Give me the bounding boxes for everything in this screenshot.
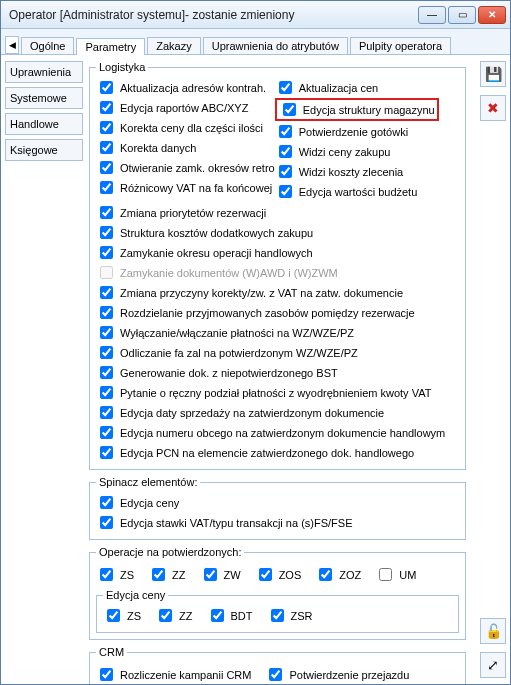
- tab-pulpity[interactable]: Pulpity operatora: [350, 37, 451, 54]
- cb-ec-zs[interactable]: ZS: [103, 606, 141, 625]
- legend-operacje: Operacje na potwierdzonych:: [96, 546, 244, 558]
- group-crm: CRM Rozliczenie kampanii CRM Potwierdzen…: [89, 646, 466, 684]
- lock-button[interactable]: 🔓: [480, 618, 506, 644]
- cb-wylaczanie-platnosci[interactable]: Wyłączanie/włączanie płatności na WZ/WZE…: [96, 323, 459, 342]
- cb-odliczanie-fazal[interactable]: Odliczanie fa zal na potwierdzonym WZ/WZ…: [96, 343, 459, 362]
- main-panel: Logistyka Aktualizacja adresów kontrah. …: [87, 55, 476, 684]
- cb-edycja-wartosci-budzetu[interactable]: Edycja wartości budżetu: [275, 182, 439, 201]
- cb-potwierdzenie-gotowki[interactable]: Potwierdzenie gotówki: [275, 122, 439, 141]
- group-edycja-ceny: Edycja ceny ZS ZZ BDT ZSR: [96, 589, 459, 633]
- cb-op-zos[interactable]: ZOS: [255, 565, 302, 584]
- cb-op-zw[interactable]: ZW: [200, 565, 241, 584]
- tabstrip: ◀ Ogólne Parametry Zakazy Uprawnienia do…: [1, 29, 510, 55]
- window-title: Operator [Administrator systemu]- zostan…: [5, 8, 416, 22]
- save-button[interactable]: 💾: [480, 61, 506, 87]
- titlebar: Operator [Administrator systemu]- zostan…: [1, 1, 510, 29]
- sidebar: Uprawnienia Systemowe Handlowe Księgowe: [1, 55, 87, 684]
- sidebar-systemowe[interactable]: Systemowe: [5, 87, 83, 109]
- cb-ec-zz[interactable]: ZZ: [155, 606, 192, 625]
- sidebar-ksiegowe[interactable]: Księgowe: [5, 139, 83, 161]
- cb-otwieranie-zamk[interactable]: Otwieranie zamk. okresów retro: [96, 158, 275, 177]
- cb-op-zoz[interactable]: ZOZ: [315, 565, 361, 584]
- legend-edycja-ceny: Edycja ceny: [103, 589, 168, 601]
- cb-op-um[interactable]: UM: [375, 565, 416, 584]
- sidebar-uprawnienia[interactable]: Uprawnienia: [5, 61, 83, 83]
- expand-button[interactable]: ⤢: [480, 652, 506, 678]
- cb-pytanie-reczny-podzial[interactable]: Pytanie o ręczny podział płatności z wyo…: [96, 383, 459, 402]
- cb-akt-adresow[interactable]: Aktualizacja adresów kontrah.: [96, 78, 275, 97]
- cb-akt-cen[interactable]: Aktualizacja cen: [275, 78, 439, 97]
- cb-edycja-raportow[interactable]: Edycja raportów ABC/XYZ: [96, 98, 275, 117]
- tab-zakazy[interactable]: Zakazy: [147, 37, 200, 54]
- cb-korekta-danych[interactable]: Korekta danych: [96, 138, 275, 157]
- cb-potwierdzenie-przejazdu[interactable]: Potwierdzenie przejazdu: [265, 665, 409, 684]
- expand-icon: ⤢: [487, 657, 499, 673]
- cb-widzi-ceny-zakupu[interactable]: Widzi ceny zakupu: [275, 142, 439, 161]
- close-button[interactable]: ✕: [478, 6, 506, 24]
- cb-op-zz[interactable]: ZZ: [148, 565, 185, 584]
- save-icon: 💾: [485, 66, 502, 82]
- lock-icon: 🔓: [485, 623, 502, 639]
- right-toolbar: 💾 ✖ 🔓 ⤢: [476, 55, 510, 684]
- cb-edycja-pcn[interactable]: Edycja PCN na elemencie zatwierdzonego d…: [96, 443, 459, 462]
- tab-parametry[interactable]: Parametry: [76, 38, 145, 55]
- cb-rozdzielanie[interactable]: Rozdzielanie przyjmowanych zasobów pomię…: [96, 303, 459, 322]
- cb-ec-zsr[interactable]: ZSR: [267, 606, 313, 625]
- delete-button[interactable]: ✖: [480, 95, 506, 121]
- group-operacje: Operacje na potwierdzonych: ZS ZZ ZW ZOS…: [89, 546, 466, 640]
- cb-zmiana-przyczyny[interactable]: Zmiana przyczyny korekty/zw. z VAT na za…: [96, 283, 459, 302]
- legend-crm: CRM: [96, 646, 127, 658]
- sidebar-handlowe[interactable]: Handlowe: [5, 113, 83, 135]
- cb-korekta-ceny[interactable]: Korekta ceny dla części ilości: [96, 118, 275, 137]
- cb-op-zs[interactable]: ZS: [96, 565, 134, 584]
- cb-zamykanie-dokumentow: Zamykanie dokumentów (W)AWD i (W)ZWM: [96, 263, 459, 282]
- group-spinacz: Spinacz elementów: Edycja ceny Edycja st…: [89, 476, 466, 540]
- cb-struktura-kosztow[interactable]: Struktura kosztów dodatkowych zakupu: [96, 223, 459, 242]
- cb-widzi-koszty-zlecenia[interactable]: Widzi koszty zlecenia: [275, 162, 439, 181]
- delete-icon: ✖: [487, 100, 499, 116]
- cb-rozliczenie-kampanii[interactable]: Rozliczenie kampanii CRM: [96, 665, 251, 684]
- cb-roznicowy-vat[interactable]: Różnicowy VAT na fa końcowej: [96, 178, 275, 197]
- group-logistyka: Logistyka Aktualizacja adresów kontrah. …: [89, 61, 466, 470]
- tab-scroll-left[interactable]: ◀: [5, 36, 19, 54]
- tab-uprawnienia-atrybutow[interactable]: Uprawnienia do atrybutów: [203, 37, 348, 54]
- cb-edycja-ceny-spinacz[interactable]: Edycja ceny: [96, 493, 459, 512]
- cb-edycja-struktury-magazynu[interactable]: Edycja struktury magazynu: [275, 98, 439, 121]
- cb-zamykanie-okresu[interactable]: Zamykanie okresu operacji handlowych: [96, 243, 459, 262]
- cb-zmiana-priorytetow[interactable]: Zmiana priorytetów rezerwacji: [96, 203, 459, 222]
- maximize-button[interactable]: ▭: [448, 6, 476, 24]
- cb-edycja-stawki-vat[interactable]: Edycja stawki VAT/typu transakcji na (s)…: [96, 513, 459, 532]
- cb-edycja-daty-sprzedazy[interactable]: Edycja daty sprzedaży na zatwierdzonym d…: [96, 403, 459, 422]
- cb-generowanie-bst[interactable]: Generowanie dok. z niepotwierdzonego BST: [96, 363, 459, 382]
- minimize-button[interactable]: —: [418, 6, 446, 24]
- tab-ogolne[interactable]: Ogólne: [21, 37, 74, 54]
- cb-ec-bdt[interactable]: BDT: [207, 606, 253, 625]
- legend-spinacz: Spinacz elementów:: [96, 476, 200, 488]
- legend-logistyka: Logistyka: [96, 61, 148, 73]
- cb-edycja-numeru-obcego[interactable]: Edycja numeru obcego na zatwierdzonym do…: [96, 423, 459, 442]
